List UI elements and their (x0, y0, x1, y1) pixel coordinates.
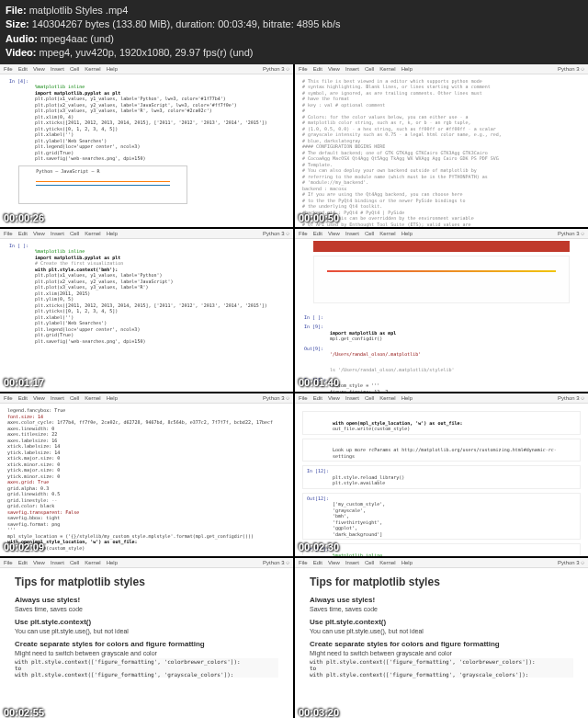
menu-item[interactable]: View (328, 560, 340, 565)
kernel-indicator: Python 3 ○ (263, 560, 289, 565)
thumbnail-3[interactable]: FileEditViewInsertCellKernelHelpPython 3… (295, 229, 588, 392)
menu-item[interactable]: Insert (345, 560, 359, 565)
notebook-menu: FileEditViewInsertCellKernelHelpPython 3… (295, 558, 588, 568)
thumbnail-5[interactable]: FileEditViewInsertCellKernelHelpPython 3… (295, 393, 588, 556)
code-line: mpl.get_configdir() (330, 336, 581, 342)
thumbnail-0[interactable]: FileEditViewInsertCellKernelHelpPython 3… (0, 64, 293, 227)
menu-item[interactable]: File (4, 395, 13, 401)
menu-item[interactable]: Help (107, 66, 118, 72)
menu-item[interactable]: Help (107, 395, 118, 401)
menu-item[interactable]: Insert (345, 231, 359, 236)
menu-item[interactable]: File (299, 395, 308, 401)
menu-item[interactable]: Kernel (379, 231, 395, 236)
thumbnail-7[interactable]: FileEditViewInsertCellKernelHelpPython 3… (295, 558, 588, 718)
menu-item[interactable]: Insert (51, 231, 64, 236)
menu-item[interactable]: Cell (365, 560, 374, 565)
menu-item[interactable]: Help (107, 560, 118, 565)
menu-item[interactable]: Cell (365, 395, 374, 401)
menu-item[interactable]: File (299, 66, 308, 72)
menu-item[interactable]: File (4, 66, 13, 72)
thumbnail-grid: FileEditViewInsertCellKernelHelpPython 3… (0, 64, 588, 718)
menu-item[interactable]: Kernel (379, 66, 395, 72)
cells: with open(mpl_style_location, 'w') as ou… (295, 404, 588, 556)
cell-label: In [4]: (7, 77, 30, 85)
menu-item[interactable]: Edit (313, 66, 322, 72)
menu-item[interactable]: File (299, 231, 308, 236)
menu-item[interactable]: Insert (51, 66, 64, 72)
thumbnail-6[interactable]: FileEditViewInsertCellKernelHelpPython 3… (0, 558, 293, 718)
menu-item[interactable]: Cell (365, 231, 374, 236)
notebook-menu: FileEditViewInsertCellKernelHelpPython 3… (0, 64, 293, 74)
menu-item[interactable]: Cell (365, 66, 374, 72)
tips-text: Might need to switch between grayscale a… (310, 650, 573, 656)
menu-item[interactable]: View (328, 66, 340, 72)
timestamp: 00:02:09 (4, 541, 44, 553)
menu-item[interactable]: Edit (18, 560, 28, 565)
menu-item[interactable]: Cell (70, 231, 79, 236)
kernel-indicator: Python 3 ○ (558, 560, 584, 565)
menu-item[interactable]: Insert (51, 560, 64, 565)
thumbnail-4[interactable]: FileEditViewInsertCellKernelHelpPython 3… (0, 393, 293, 556)
code-line: plt.savefig('web-searches.png', dpi=150) (35, 338, 286, 345)
kernel-indicator: Python 3 ○ (263, 231, 289, 236)
menu-item[interactable]: View (33, 395, 45, 401)
menu-item[interactable]: File (4, 560, 13, 565)
cell-label: Out[12]: (305, 495, 331, 502)
menu-item[interactable]: View (33, 560, 45, 565)
menu-item[interactable]: Edit (18, 231, 28, 236)
menu-item[interactable]: Cell (70, 395, 79, 401)
tips-heading: Create separate styles for colors and fi… (310, 640, 573, 648)
menu-item[interactable]: Kernel (85, 231, 100, 236)
cell-label: Out[9]: (302, 345, 325, 352)
thumbnail-2[interactable]: FileEditViewInsertCellKernelHelpPython 3… (0, 229, 293, 392)
notebook-menu: FileEditViewInsertCellKernelHelpPython 3… (295, 229, 588, 239)
menu-item[interactable]: Edit (18, 66, 28, 72)
config-file: # This file is best viewed in a editor w… (295, 74, 588, 227)
menu-item[interactable]: Help (401, 231, 413, 236)
cell-label: In [12]: (305, 467, 331, 474)
menu-item[interactable]: File (4, 231, 13, 236)
menu-item[interactable]: Insert (345, 395, 359, 401)
menu-item[interactable]: Edit (313, 395, 322, 401)
code-cell: In [4]:%matplotlib inlineimport matplotl… (0, 74, 293, 211)
menu-item[interactable]: Edit (313, 231, 322, 236)
menu-item[interactable]: Edit (18, 395, 28, 401)
menu-item[interactable]: Help (107, 231, 118, 236)
code-line: '/Users/randal_olson/.matplotlib' (330, 351, 581, 358)
comment-line: # QT_API used by Enthought Tool Suite (E… (302, 222, 581, 227)
menu-item[interactable]: View (328, 395, 340, 401)
code-line: plt.savefig('web-searches.png', dpi=150) (35, 155, 286, 162)
thumbnail-1[interactable]: FileEditViewInsertCellKernelHelpPython 3… (295, 64, 588, 227)
notebook-menu: FileEditViewInsertCellKernelHelpPython 3… (295, 64, 588, 74)
file-info-header: File: matplotlib Styles .mp4 Size: 14030… (0, 0, 588, 64)
code-line: out_file.write(custom_style) (333, 426, 578, 432)
menu-item[interactable]: Kernel (85, 560, 100, 565)
code-line: ls '/Users/randal_olson/.matplotlib/styl… (330, 367, 581, 373)
tips-heading: Always use styles! (15, 596, 278, 604)
menu-item[interactable]: Kernel (85, 66, 100, 72)
menu-item[interactable]: Help (401, 395, 413, 401)
timestamp: 00:01:17 (4, 377, 44, 388)
menu-item[interactable]: File (299, 560, 308, 565)
menu-item[interactable]: View (328, 231, 340, 236)
cell-label: In [ ]: (7, 242, 30, 249)
plot-legend: Python — JavaScript — R (36, 168, 99, 175)
menu-item[interactable]: Help (401, 560, 413, 565)
menu-item[interactable]: Cell (70, 560, 79, 565)
code-line: axes.color_cycle: 1f77b4, ff7f0e, 2ca02c… (7, 419, 286, 426)
tips-heading: Create separate styles for colors and fi… (15, 640, 278, 648)
menu-item[interactable]: Kernel (379, 560, 395, 565)
menu-item[interactable]: Kernel (379, 395, 395, 401)
cell-label (305, 413, 309, 420)
menu-item[interactable]: Edit (313, 560, 322, 565)
code-line: plt.xticks([2011, 2012, 2013, 2014, 2015… (35, 120, 286, 126)
menu-item[interactable]: Insert (51, 395, 64, 401)
menu-item[interactable]: Insert (345, 66, 359, 72)
menu-item[interactable]: Help (401, 66, 413, 72)
menu-item[interactable]: View (33, 231, 45, 236)
menu-item[interactable]: Cell (70, 66, 79, 72)
menu-item[interactable]: View (33, 66, 45, 72)
tips-content: Tips for matplotlib stylesAlways use sty… (295, 568, 588, 685)
timestamp: 00:00:26 (4, 212, 44, 223)
menu-item[interactable]: Kernel (85, 395, 100, 401)
